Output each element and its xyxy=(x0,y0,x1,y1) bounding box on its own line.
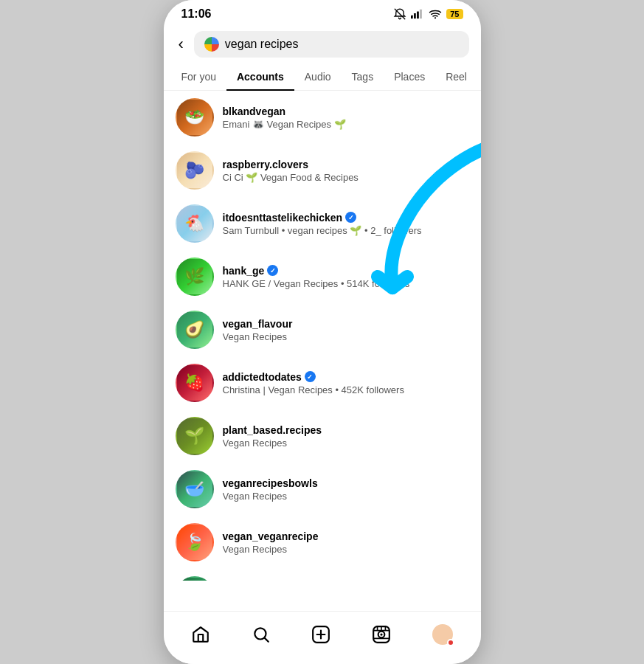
tab-tags[interactable]: Tags xyxy=(342,63,384,90)
avatar-inner: 🌱 xyxy=(177,418,212,454)
status-time: 11:06 xyxy=(181,7,212,21)
account-username: addictedtodates✓ xyxy=(223,371,469,383)
account-bio: Emani 🦝 Vegan Recipes 🌱 xyxy=(223,119,469,130)
list-item[interactable]: 🥗blkandveganEmani 🦝 Vegan Recipes 🌱 xyxy=(164,91,481,144)
google-icon xyxy=(204,37,219,52)
avatar-inner: 🍃 xyxy=(177,525,212,560)
account-info: itdoesnttastelikechicken✓Sam Turnbull • … xyxy=(223,212,469,236)
home-icon xyxy=(191,625,210,644)
profile-avatar xyxy=(432,624,453,645)
tab-for-you[interactable]: For you xyxy=(171,63,226,90)
account-username: blkandvegan xyxy=(223,106,469,117)
avatar: 🥣 xyxy=(176,470,214,508)
avatar-inner: 🥣 xyxy=(177,471,212,507)
search-input-wrap[interactable]: vegan recipes xyxy=(194,31,469,58)
list-item[interactable]: 🥣veganrecipesbowlsVegan Recipes xyxy=(164,463,481,516)
avatar-inner: 🥗 xyxy=(177,100,212,135)
account-info: veganrecipesbowlsVegan Recipes xyxy=(223,477,469,502)
avatar: 🌱 xyxy=(176,417,214,455)
avatar: 🫐 xyxy=(176,151,214,190)
list-item[interactable]: 🌾plant.basedfoodvegan recipes xyxy=(164,569,481,581)
account-bio: Vegan Recipes xyxy=(223,544,469,555)
list-item[interactable]: 🥑vegan_flavourVegan Recipes xyxy=(164,303,481,356)
list-item[interactable]: 🐔itdoesnttastelikechicken✓Sam Turnbull •… xyxy=(164,197,481,250)
wifi-icon xyxy=(429,7,442,21)
account-username: vegan_flavour xyxy=(223,318,469,330)
search-icon xyxy=(252,625,271,644)
account-info: vegan_flavourVegan Recipes xyxy=(223,318,469,342)
account-info: vegan_veganrecipeVegan Recipes xyxy=(223,530,469,555)
verified-badge: ✓ xyxy=(267,265,278,276)
avatar: 🥗 xyxy=(176,98,214,136)
tab-reels[interactable]: Reel xyxy=(435,63,477,90)
avatar: 🐔 xyxy=(176,204,214,243)
tab-accounts[interactable]: Accounts xyxy=(226,63,294,90)
nav-reels-button[interactable] xyxy=(360,619,403,650)
avatar-inner: 🌾 xyxy=(177,578,212,581)
account-bio: Vegan Recipes xyxy=(223,331,469,342)
list-item[interactable]: 🫐raspberry.cloversCi Ci 🌱 Vegan Food & R… xyxy=(164,144,481,197)
account-info: plant_based.recipesVegan Recipes xyxy=(223,424,469,449)
avatar: 🍃 xyxy=(176,523,214,561)
back-button[interactable]: ‹ xyxy=(176,32,187,57)
svg-rect-4 xyxy=(420,10,422,19)
account-bio: Vegan Recipes xyxy=(223,438,469,449)
avatar: 🍓 xyxy=(176,364,214,402)
notification-mute-icon xyxy=(393,7,406,21)
nav-profile-button[interactable] xyxy=(420,618,465,651)
verified-badge: ✓ xyxy=(345,212,356,223)
account-username: plant_based.recipes xyxy=(223,424,469,436)
avatar: 🌾 xyxy=(176,576,214,581)
nav-home-button[interactable] xyxy=(179,619,222,650)
list-item[interactable]: 🌱plant_based.recipesVegan Recipes xyxy=(164,409,481,463)
reels-icon xyxy=(372,625,391,644)
account-username: veganrecipesbowls xyxy=(223,477,469,489)
avatar: 🥑 xyxy=(176,311,214,349)
add-icon xyxy=(311,625,330,644)
account-username: hank_ge✓ xyxy=(223,265,469,277)
avatar-inner: 🥑 xyxy=(177,312,212,347)
account-info: hank_ge✓HANK GE / Vegan Recipes • 514K f… xyxy=(223,265,469,289)
status-icons: 75 xyxy=(393,7,463,21)
svg-point-10 xyxy=(380,633,382,635)
svg-rect-2 xyxy=(414,13,416,18)
account-username: raspberry.clovers xyxy=(223,159,469,170)
svg-rect-1 xyxy=(411,15,413,19)
avatar: 🌿 xyxy=(176,257,214,296)
svg-point-5 xyxy=(434,17,436,18)
signal-icon xyxy=(411,7,424,21)
tabs-bar: For you Accounts Audio Tags Places Reel xyxy=(164,63,481,91)
avatar-inner: 🍓 xyxy=(177,365,212,401)
account-bio: Christina | Vegan Recipes • 452K followe… xyxy=(223,384,469,395)
search-bar: ‹ vegan recipes xyxy=(164,25,481,63)
nav-add-button[interactable] xyxy=(300,619,342,650)
account-username: vegan_veganrecipe xyxy=(223,530,469,542)
account-bio: Ci Ci 🌱 Vegan Food & Recipes xyxy=(223,172,469,183)
nav-search-button[interactable] xyxy=(240,619,283,650)
accounts-list: 🥗blkandveganEmani 🦝 Vegan Recipes 🌱🫐rasp… xyxy=(164,91,481,581)
battery-level: 75 xyxy=(446,9,463,19)
avatar-inner: 🌿 xyxy=(177,259,212,294)
account-info: raspberry.cloversCi Ci 🌱 Vegan Food & Re… xyxy=(223,159,469,183)
list-item[interactable]: 🍃vegan_veganrecipeVegan Recipes xyxy=(164,516,481,569)
phone-container: 11:06 75 ‹ xyxy=(164,0,481,664)
svg-rect-3 xyxy=(417,11,419,18)
avatar-inner: 🫐 xyxy=(177,153,212,188)
list-item[interactable]: 🍓addictedtodates✓Christina | Vegan Recip… xyxy=(164,356,481,409)
tab-places[interactable]: Places xyxy=(384,63,435,90)
notification-dot xyxy=(447,639,454,646)
tab-audio[interactable]: Audio xyxy=(294,63,342,90)
status-bar: 11:06 75 xyxy=(164,0,481,25)
search-query: vegan recipes xyxy=(225,38,299,51)
account-username: itdoesnttastelikechicken✓ xyxy=(223,212,469,224)
account-bio: HANK GE / Vegan Recipes • 514K followers xyxy=(223,278,469,289)
verified-badge: ✓ xyxy=(305,371,316,382)
account-bio: Sam Turnbull • vegan recipes 🌱 • 2_ foll… xyxy=(223,225,469,236)
account-info: blkandveganEmani 🦝 Vegan Recipes 🌱 xyxy=(223,106,469,130)
bottom-nav xyxy=(164,611,481,664)
list-item[interactable]: 🌿hank_ge✓HANK GE / Vegan Recipes • 514K … xyxy=(164,250,481,303)
avatar-inner: 🐔 xyxy=(177,206,212,241)
account-info: addictedtodates✓Christina | Vegan Recipe… xyxy=(223,371,469,395)
account-bio: Vegan Recipes xyxy=(223,491,469,502)
